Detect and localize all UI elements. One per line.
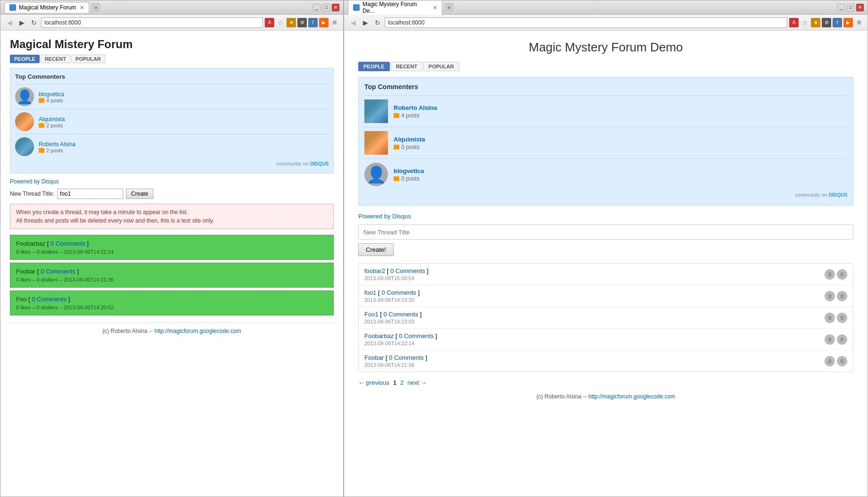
right-browser-window: Magic Mystery Forum De... ✕ + _ □ ✕ ◀ ▶ …	[344, 0, 868, 497]
left-forward-btn[interactable]: ▶	[17, 17, 27, 28]
right-thread-4-content: Foobarbaz [ 0 Comments ] 2013-09-06T14:2…	[364, 332, 825, 346]
right-thread-5-badge-2: 0	[837, 356, 847, 366]
right-powered-link[interactable]: Powered by Disqus	[358, 213, 853, 220]
right-tab-close[interactable]: ✕	[433, 5, 437, 11]
right-back-btn[interactable]: ◀	[348, 17, 358, 28]
right-forward-btn[interactable]: ▶	[360, 17, 371, 28]
prev-page-link[interactable]: ← previous	[358, 379, 389, 386]
right-address-bar[interactable]: localhost:8000	[385, 17, 787, 28]
left-minimize-btn[interactable]: _	[313, 4, 320, 11]
right-thread-5-comments[interactable]: 0 Comments	[389, 354, 424, 361]
right-commenter-name-1[interactable]: Roberto Alsina	[394, 104, 437, 111]
right-disqus-footer: community on DISQUS	[364, 190, 847, 199]
left-close-btn[interactable]: ✕	[332, 4, 339, 11]
left-new-thread-input[interactable]	[57, 189, 123, 199]
left-new-tab[interactable]: +	[91, 3, 101, 12]
right-create-btn[interactable]: Create!	[358, 243, 394, 256]
post-bar-icon-2	[39, 123, 44, 128]
left-tab-people[interactable]: PEOPLE	[10, 55, 40, 63]
left-reload-btn[interactable]: ↻	[29, 17, 39, 28]
left-powered-link[interactable]: Powered by Disqus	[10, 178, 334, 185]
page-1-current[interactable]: 1	[393, 379, 396, 386]
right-tab-bar: PEOPLE RECENT POPULAR	[358, 62, 853, 71]
right-thread-2-comments[interactable]: 0 Comments	[381, 289, 416, 296]
left-maximize-btn[interactable]: □	[322, 4, 330, 11]
right-avatar-1	[364, 99, 388, 123]
right-thread-1-comments[interactable]: 0 Comments	[390, 267, 425, 274]
left-icon-2[interactable]: ★	[287, 18, 296, 27]
left-commenter-name-3[interactable]: Roberto Alsina	[39, 141, 76, 148]
right-commenter-name-3[interactable]: blogvetica	[394, 167, 424, 174]
left-commenter-name-1[interactable]: blogvetica	[39, 91, 64, 98]
left-thread-3-title[interactable]: Foo	[16, 296, 26, 303]
left-icon-1[interactable]: A	[265, 18, 274, 27]
left-thread-1-meta: 0 likes – 0 dislikes – 2013-09-06T14:22:…	[16, 249, 328, 255]
page-2-link[interactable]: 2	[400, 379, 404, 386]
right-new-tab[interactable]: +	[444, 3, 454, 12]
disqus-brand-left: DISQUS	[310, 161, 329, 166]
left-toolbar: ◀ ▶ ↻ localhost:8000 A ☆ ★ ⚙ f ▶ ≡	[0, 15, 343, 31]
right-thread-1-badge-2: 0	[837, 269, 847, 280]
right-tab-recent[interactable]: RECENT	[391, 62, 422, 71]
right-tab[interactable]: Magic Mystery Forum De... ✕	[348, 0, 442, 16]
left-footer-link[interactable]: http://magicforum.googlecode.com	[154, 328, 241, 334]
left-address-bar[interactable]: localhost:8000	[41, 17, 263, 28]
left-footer: (c) Roberto Alsina -- http://magicforum.…	[10, 323, 334, 334]
right-icon-1[interactable]: A	[789, 18, 799, 27]
right-commenter-name-2[interactable]: Alquimista	[394, 136, 425, 143]
right-thread-3-comments[interactable]: 0 Comments	[384, 311, 419, 318]
right-star-icon[interactable]: ☆	[800, 18, 809, 27]
left-thread-3: Foo [ 0 Comments ] 0 likes – 0 dislikes …	[10, 290, 334, 315]
left-star-icon[interactable]: ☆	[276, 18, 285, 27]
left-menu-btn[interactable]: ≡	[330, 18, 339, 27]
right-footer-link[interactable]: http://magicforum.googlecode.com	[588, 393, 675, 400]
left-thread-2-comments[interactable]: 0 Comments	[41, 268, 76, 275]
right-maximize-btn[interactable]: □	[847, 4, 854, 11]
left-commenter-info-2: Alquimista 2 posts	[39, 116, 329, 128]
right-thread-5-title[interactable]: Foobar	[364, 354, 384, 361]
left-thread-2-title-row: Foobar [ 0 Comments ]	[16, 268, 328, 275]
left-thread-1-comments[interactable]: 0 Comments	[51, 240, 85, 247]
left-thread-3-comments[interactable]: 0 Comments	[32, 296, 67, 303]
right-icon-4[interactable]: f	[833, 18, 842, 27]
right-thread-4-badges: 0 0	[825, 334, 847, 345]
avatar-img-alquimista	[15, 112, 34, 131]
left-thread-1-title[interactable]: Foobarbaz	[16, 240, 45, 247]
right-icon-3[interactable]: ⚙	[822, 18, 831, 27]
left-icon-4[interactable]: f	[308, 18, 318, 27]
right-thread-4-title[interactable]: Foobarbaz	[364, 332, 394, 340]
left-icon-3[interactable]: ⚙	[297, 18, 307, 27]
right-tab-people[interactable]: PEOPLE	[358, 62, 390, 71]
left-tab-popular[interactable]: POPULAR	[71, 55, 105, 63]
left-warning-line1: When you create a thread, it may take a …	[16, 209, 188, 215]
right-minimize-btn[interactable]: _	[837, 4, 845, 11]
right-thread-1-meta: 2013-09-06T15:00:54	[364, 275, 825, 281]
right-avatar-2	[364, 131, 388, 155]
right-thread-1-title[interactable]: foobar2	[364, 267, 385, 274]
right-thread-2-title[interactable]: foo1	[364, 289, 376, 296]
right-thread-4-meta: 2013-09-06T14:22:14	[364, 340, 825, 346]
right-icon-5[interactable]: ▶	[843, 18, 853, 27]
left-tab[interactable]: Magical Mistery Forum ✕	[4, 2, 89, 13]
right-icon-2[interactable]: ★	[811, 18, 820, 27]
left-commenter-name-2[interactable]: Alquimista	[39, 116, 65, 123]
right-new-thread-input[interactable]	[358, 224, 853, 240]
left-tab-recent[interactable]: RECENT	[41, 55, 70, 63]
right-thread-3-badges: 0 0	[825, 313, 847, 323]
right-thread-4-comments[interactable]: 0 Comments	[399, 332, 434, 340]
right-reload-btn[interactable]: ↻	[372, 17, 383, 28]
right-pagination: ← previous 1 2 next →	[358, 379, 853, 386]
right-footer: (c) Roberto Alsina -- http://magicforum.…	[358, 393, 853, 400]
left-back-btn[interactable]: ◀	[4, 17, 15, 28]
left-thread-2-title[interactable]: Foobar	[16, 268, 35, 275]
right-menu-btn[interactable]: ≡	[854, 18, 864, 27]
right-top-commenters-box: Top Commenters Roberto Alsina 4 posts	[358, 77, 853, 206]
left-tab-close[interactable]: ✕	[80, 5, 84, 11]
next-page-link[interactable]: next →	[407, 379, 427, 386]
left-commenter-posts-1: 4 posts	[39, 98, 329, 103]
right-tab-popular[interactable]: POPULAR	[423, 62, 459, 71]
right-thread-3-title[interactable]: Foo1	[364, 311, 379, 318]
left-create-btn[interactable]: Create	[126, 189, 153, 199]
right-close-btn[interactable]: ✕	[856, 4, 864, 11]
left-icon-5[interactable]: ▶	[319, 18, 329, 27]
